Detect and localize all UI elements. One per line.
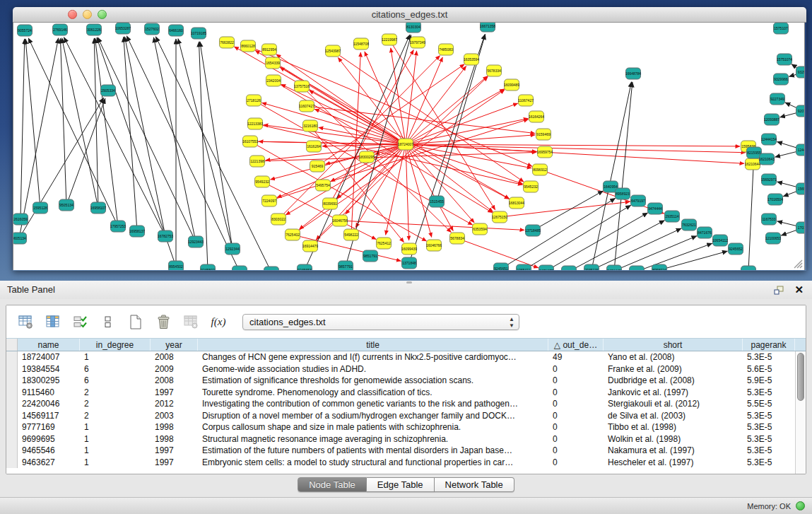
network-node[interactable]: 7485083	[439, 44, 454, 55]
network-node[interactable]: 2342004	[266, 75, 281, 86]
network-node[interactable]: 124441	[796, 144, 806, 156]
citation-edge-black[interactable]	[25, 39, 40, 204]
network-node[interactable]: 1167533	[762, 214, 777, 225]
tab-network-table[interactable]: Network Table	[435, 477, 514, 492]
table-row[interactable]: 911546021997Tourette syndrome. Phenomeno…	[6, 387, 795, 399]
network-node[interactable]: 18300295	[359, 151, 375, 163]
network-node[interactable]: 16099489	[504, 79, 519, 90]
network-node[interactable]: 2769146	[53, 24, 68, 35]
network-node[interactable]: 8130304	[406, 23, 421, 33]
network-node[interactable]: 16210643	[759, 153, 775, 165]
resize-grip[interactable]	[792, 258, 803, 269]
close-window-button[interactable]	[68, 10, 77, 19]
network-node[interactable]: 17957253	[110, 221, 126, 232]
column-header-in_degree[interactable]: in_degree	[80, 339, 151, 351]
network-node[interactable]: 170165	[796, 222, 806, 233]
network-node[interactable]: 16958137	[129, 226, 145, 237]
delete-trash-icon[interactable]	[154, 313, 172, 330]
network-node[interactable]: 16782753	[158, 230, 173, 242]
network-node[interactable]: 1292344	[225, 243, 240, 255]
network-node[interactable]: 9549232	[255, 176, 270, 187]
network-node[interactable]: 9851791	[363, 250, 378, 262]
network-node[interactable]: 8954502	[169, 261, 184, 270]
network-node[interactable]: 9857791	[339, 261, 353, 270]
network-node[interactable]: 8912954	[262, 44, 277, 55]
network-node[interactable]: 16353594	[464, 54, 479, 65]
network-node[interactable]: 11548708	[353, 38, 369, 49]
network-node[interactable]: 11607427	[299, 100, 314, 112]
network-node[interactable]: 7625412	[377, 238, 392, 249]
citation-edge-red[interactable]	[406, 51, 417, 140]
citation-edge-red[interactable]	[316, 147, 403, 240]
citation-edge-black[interactable]	[775, 151, 800, 157]
network-node[interactable]: 12213383	[247, 118, 263, 129]
network-node[interactable]: 1065411	[517, 264, 531, 270]
float-panel-icon[interactable]	[774, 286, 784, 295]
network-node[interactable]: 920734	[796, 105, 806, 117]
function-builder-icon[interactable]: f(x)	[209, 313, 228, 330]
citation-edge-black[interactable]	[68, 98, 105, 201]
citation-edge-red[interactable]	[266, 184, 376, 240]
network-node[interactable]: 9545232	[524, 181, 539, 192]
tab-node-table[interactable]: Node Table	[298, 477, 367, 492]
network-node[interactable]: 1654339	[266, 57, 281, 69]
citation-edge-black[interactable]	[200, 42, 232, 245]
network-node[interactable]: 1515455	[430, 196, 445, 207]
network-node[interactable]: 12444154	[761, 134, 777, 145]
citation-edge-red[interactable]	[410, 144, 744, 163]
network-node[interactable]: 9329966	[774, 74, 789, 85]
network-node[interactable]: 16107553	[242, 136, 258, 147]
minimize-window-button[interactable]	[83, 10, 92, 19]
network-node[interactable]: 1595128	[33, 202, 48, 214]
column-header-short[interactable]: short	[604, 339, 743, 351]
new-table-icon[interactable]	[126, 313, 145, 330]
network-node[interactable]: 5678334	[487, 65, 502, 76]
network-node[interactable]: 2616059	[13, 214, 28, 225]
network-node[interactable]: 16164264	[529, 111, 544, 122]
network-node[interactable]: 16914479	[302, 240, 318, 252]
citation-edge-black[interactable]	[28, 38, 116, 223]
citation-edge-black[interactable]	[592, 82, 631, 266]
network-node[interactable]: 8958924	[652, 264, 667, 270]
table-select-dropdown[interactable]: citations_edges.txt ▲▼	[242, 314, 519, 330]
window-titlebar[interactable]: citations_edges.txt	[13, 7, 806, 23]
network-node[interactable]: 12923443	[188, 236, 204, 247]
citation-edge-red[interactable]	[254, 141, 746, 153]
citation-edge-red[interactable]	[286, 146, 401, 215]
scrollbar-thumb[interactable]	[797, 353, 804, 401]
column-header-title[interactable]: title	[198, 339, 548, 351]
citation-edge-red[interactable]	[311, 107, 535, 134]
citation-edge-red[interactable]	[305, 89, 451, 232]
row-check-icon[interactable]	[71, 313, 90, 330]
network-graph[interactable]: 1872400776638228660128891295416543392342…	[13, 23, 805, 270]
citation-edge-red[interactable]	[332, 50, 413, 200]
network-node[interactable]: 3216180	[303, 120, 318, 132]
network-canvas[interactable]: 1872400776638228660128891295416543392342…	[13, 23, 805, 270]
citation-edge-black[interactable]	[748, 161, 753, 267]
network-node[interactable]: 7632622	[562, 266, 577, 270]
citation-edge-black[interactable]	[550, 213, 647, 269]
table-row[interactable]: 1830029562008Estimation of significance …	[6, 375, 795, 387]
network-node[interactable]: 2905334	[101, 85, 116, 96]
zoom-window-button[interactable]	[98, 10, 107, 19]
table-row[interactable]: 977716911998Corpus callosum shape and si…	[6, 421, 795, 433]
network-node[interactable]: 1527602	[145, 23, 160, 35]
citation-edge-red[interactable]	[276, 54, 402, 142]
network-node[interactable]: 16813044	[509, 197, 524, 209]
tab-edge-table[interactable]: Edge Table	[367, 477, 435, 492]
network-node[interactable]: 5678834	[450, 233, 465, 244]
network-node[interactable]: 6353594	[473, 223, 488, 235]
column-header-out_degree[interactable]: △ out_de…	[548, 339, 604, 351]
network-window[interactable]: citations_edges.txt 18724007766382286601…	[13, 7, 806, 271]
citation-edge-black[interactable]	[20, 39, 25, 215]
network-node[interactable]: 8660128	[241, 40, 256, 52]
network-node[interactable]: 9245652	[729, 243, 743, 255]
network-node[interactable]: 8303022	[271, 214, 286, 225]
network-node[interactable]: 13718485	[525, 225, 541, 236]
citation-edge-black[interactable]	[94, 38, 98, 204]
table-scrollbar[interactable]	[795, 351, 806, 474]
citation-edge-black[interactable]	[641, 243, 712, 270]
network-node[interactable]: 5495754	[316, 180, 331, 191]
citation-edge-black[interactable]	[21, 98, 104, 235]
table-settings-icon[interactable]	[16, 313, 35, 330]
